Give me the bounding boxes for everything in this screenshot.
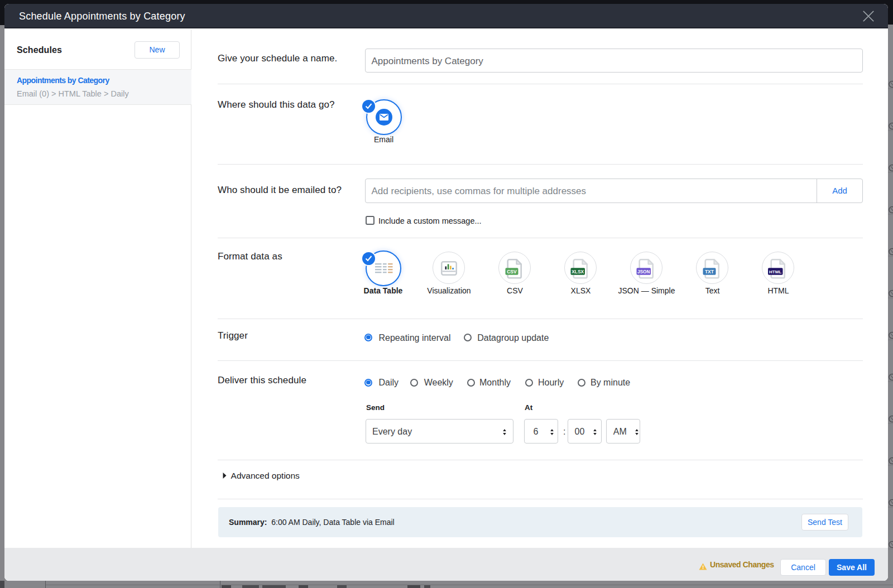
svg-text:XLSX: XLSX [572, 269, 584, 274]
svg-text:HTML: HTML [769, 269, 781, 274]
svg-text:JSON: JSON [637, 269, 650, 274]
svg-text:CSV: CSV [507, 269, 517, 274]
svg-text:TXT: TXT [705, 269, 714, 274]
